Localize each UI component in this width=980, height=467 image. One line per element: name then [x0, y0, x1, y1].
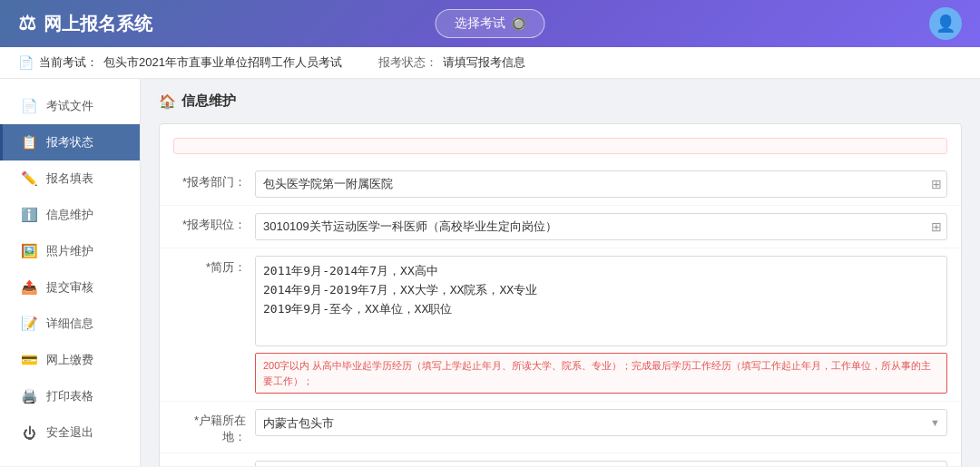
detail-info-icon: 📝	[21, 316, 37, 332]
main-content: 🏠 信息维护 *报考部门： ⊞ *报考职位：	[141, 79, 980, 466]
sidebar-item-exam-doc[interactable]: 📄 考试文件	[0, 88, 140, 124]
position-control: ⊞	[255, 213, 947, 240]
header: ⚖ 网上报名系统 选择考试 🔘 👤	[0, 0, 980, 47]
logo-title: 网上报名系统	[44, 12, 152, 36]
dept-grid-icon: ⊞	[931, 177, 942, 191]
sidebar-item-info-maintain[interactable]: ℹ️ 信息维护	[0, 197, 140, 233]
sidebar-item-print-form[interactable]: 🖨️ 打印表格	[0, 378, 140, 414]
resume-control: 2011年9月-2014年7月，XX高中 2014年9月-2019年7月，XX大…	[255, 256, 947, 394]
resume-label: *简历：	[173, 256, 255, 276]
exam-status-bar: 报考状态： 请填写报考信息	[378, 54, 525, 71]
form-row-dept: *报考部门： ⊞	[160, 163, 961, 206]
position-input[interactable]	[255, 213, 947, 240]
sidebar-item-submit-review-label: 提交审核	[46, 279, 93, 296]
district-control: 包头市 ▼	[255, 461, 947, 466]
sidebar-item-detail-info-label: 详细信息	[46, 316, 93, 332]
sidebar-item-photo-maintain-label: 照片维护	[46, 243, 93, 259]
dept-label: *报考部门：	[173, 170, 255, 190]
resume-textarea[interactable]: 2011年9月-2014年7月，XX高中 2014年9月-2019年7月，XX大…	[255, 256, 947, 346]
household-select[interactable]: 内蒙古包头市	[255, 409, 947, 436]
dept-control: ⊞	[255, 170, 947, 198]
exam-form-icon: ✏️	[21, 170, 37, 187]
sidebar: 📄 考试文件 📋 报考状态 ✏️ 报名填表 ℹ️ 信息维护 🖼️ 照片维护 📤 …	[0, 79, 141, 466]
form-row-household: *户籍所在地： 内蒙古包头市 ▼	[160, 402, 961, 453]
status-label: 报考状态：	[378, 54, 437, 71]
status-value: 请填写报考信息	[443, 54, 525, 71]
form-row-position: *报考职位： ⊞	[160, 206, 961, 248]
form-row-resume: *简历： 2011年9月-2014年7月，XX高中 2014年9月-2019年7…	[160, 248, 961, 402]
form-container: *报考部门： ⊞ *报考职位： ⊞	[159, 123, 962, 466]
current-exam: 📄 当前考试： 包头市2021年市直事业单位招聘工作人员考试	[18, 54, 342, 71]
exam-doc-icon: 📄	[21, 98, 37, 114]
form-row-district: *考 区： 包头市 ▼	[160, 453, 961, 466]
form-warning	[173, 138, 947, 154]
layout: 📄 考试文件 📋 报考状态 ✏️ 报名填表 ℹ️ 信息维护 🖼️ 照片维护 📤 …	[0, 79, 980, 466]
sidebar-item-online-pay[interactable]: 💳 网上缴费	[0, 342, 140, 378]
sidebar-item-exam-doc-label: 考试文件	[46, 98, 93, 114]
submit-review-icon: 📤	[21, 279, 37, 296]
sidebar-item-photo-maintain[interactable]: 🖼️ 照片维护	[0, 233, 140, 269]
district-select[interactable]: 包头市	[255, 461, 947, 466]
household-control: 内蒙古包头市 ▼	[255, 409, 947, 436]
online-pay-icon: 💳	[21, 352, 37, 368]
district-label: *考 区：	[173, 461, 255, 466]
sidebar-item-online-pay-label: 网上缴费	[46, 352, 93, 368]
page-title-text: 信息维护	[181, 92, 236, 110]
sidebar-item-info-maintain-label: 信息维护	[46, 207, 93, 223]
select-exam-button[interactable]: 选择考试 🔘	[436, 9, 545, 38]
sidebar-item-exam-status[interactable]: 📋 报考状态	[0, 124, 140, 161]
sidebar-item-submit-review[interactable]: 📤 提交审核	[0, 269, 140, 306]
safe-exit-icon: ⏻	[21, 425, 37, 441]
logo: ⚖ 网上报名系统	[18, 12, 152, 36]
sidebar-item-exam-status-label: 报考状态	[46, 134, 93, 151]
select-exam-label: 选择考试	[455, 15, 505, 32]
exam-status-icon: 📋	[21, 134, 37, 151]
sidebar-item-exam-form-label: 报名填表	[46, 170, 93, 187]
dept-input[interactable]	[255, 170, 947, 198]
current-exam-value: 包头市2021年市直事业单位招聘工作人员考试	[103, 54, 342, 71]
sidebar-item-safe-exit[interactable]: ⏻ 安全退出	[0, 414, 140, 451]
resume-hint: 200字以内 从高中毕业起学历经历（填写上学起止年月、所读大学、院系、专业）；完…	[255, 353, 947, 394]
position-label: *报考职位：	[173, 213, 255, 233]
sidebar-item-exam-form[interactable]: ✏️ 报名填表	[0, 161, 140, 197]
page-title: 🏠 信息维护	[159, 92, 962, 110]
position-grid-icon: ⊞	[931, 219, 942, 234]
page-title-icon: 🏠	[159, 93, 176, 110]
select-exam-icon: 🔘	[511, 16, 526, 31]
print-form-icon: 🖨️	[21, 388, 37, 404]
sidebar-item-print-form-label: 打印表格	[46, 388, 93, 404]
sidebar-item-detail-info[interactable]: 📝 详细信息	[0, 306, 140, 342]
current-exam-label: 当前考试：	[39, 54, 98, 71]
info-maintain-icon: ℹ️	[21, 207, 37, 223]
sidebar-item-safe-exit-label: 安全退出	[46, 424, 93, 441]
exam-icon: 📄	[18, 55, 34, 70]
photo-maintain-icon: 🖼️	[21, 243, 37, 259]
avatar[interactable]: 👤	[929, 7, 962, 40]
info-bar: 📄 当前考试： 包头市2021年市直事业单位招聘工作人员考试 报考状态： 请填写…	[0, 47, 980, 79]
household-label: *户籍所在地：	[173, 409, 255, 445]
logo-icon: ⚖	[18, 12, 36, 35]
household-dropdown-icon: ▼	[930, 417, 940, 428]
